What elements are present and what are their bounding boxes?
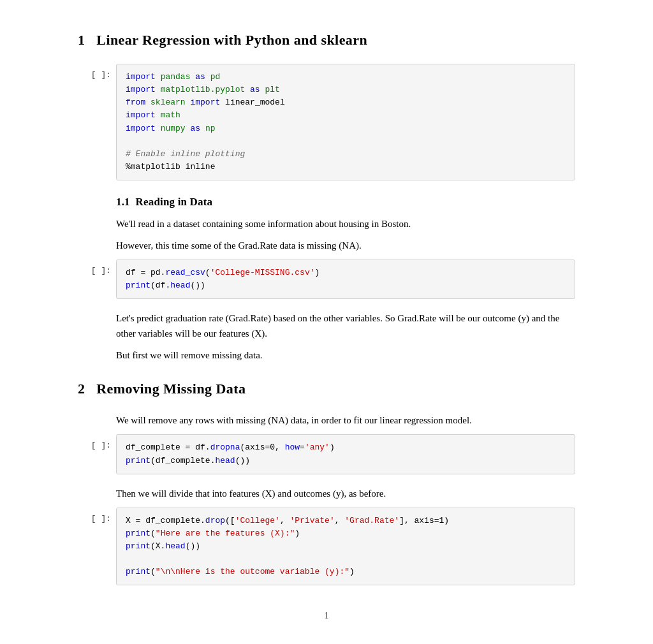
keyword: import <box>190 98 220 107</box>
function-name: head <box>170 281 190 290</box>
function-name: read_csv <box>165 268 205 277</box>
cell2-code[interactable]: df = pd.read_csv('College-MISSING.csv') … <box>116 260 575 299</box>
code-text: (axis=0, <box>240 443 284 452</box>
code-cell-2: [ ]: df = pd.read_csv('College-MISSING.c… <box>78 260 575 299</box>
cell4-code[interactable]: X = df_complete.drop(['College', 'Privat… <box>116 508 575 586</box>
module-name: numpy <box>161 124 186 133</box>
alias: plt <box>265 85 279 94</box>
keyword: from <box>126 98 145 107</box>
cell3-label: [ ]: <box>78 434 116 450</box>
subsection11-title: 1.1 Reading in Data <box>78 196 575 209</box>
code-text: (df_complete. <box>150 456 215 465</box>
notebook-page: 1 Linear Regression with Python and skle… <box>78 26 575 621</box>
code-text: (X. <box>150 541 165 551</box>
cell3-code[interactable]: df_complete = df.dropna(axis=0, how='any… <box>116 434 575 474</box>
function-name: dropna <box>210 443 240 452</box>
code-text: ) <box>295 529 300 538</box>
code-text: ) <box>314 268 319 277</box>
string-value: 'College-MISSING.csv' <box>210 268 315 277</box>
function-name: drop <box>205 516 225 525</box>
keyword: as <box>195 72 205 82</box>
code-text: ()) <box>235 456 250 465</box>
code-cell-4: [ ]: X = df_complete.drop(['College', 'P… <box>78 508 575 586</box>
paragraph-4: But first we will remove missing data. <box>78 348 575 363</box>
section2-title: 2 Removing Missing Data <box>78 381 575 397</box>
string-value: 'Private' <box>290 516 334 525</box>
code-text: ()) <box>186 541 200 551</box>
paragraph-5: We will remove any rows with missing (NA… <box>78 413 575 428</box>
string-value: 'any' <box>305 443 330 452</box>
magic-cmd: %matplotlib <box>126 162 180 172</box>
code-text: df_complete = df. <box>126 443 210 452</box>
code-text: , <box>280 516 290 525</box>
cell2-label: [ ]: <box>78 260 116 275</box>
module-name: math <box>161 110 180 120</box>
keyword: print <box>126 456 150 465</box>
keyword: as <box>250 85 260 94</box>
paragraph-1: We'll read in a dataset containing some … <box>78 216 575 231</box>
string-value: 'College' <box>235 516 280 525</box>
keyword: print <box>126 567 150 576</box>
keyword: import <box>126 72 156 82</box>
magic-arg: inline <box>186 162 216 172</box>
keyword: import <box>126 85 156 94</box>
code-cell-1: [ ]: import pandas as pd import matplotl… <box>78 64 575 180</box>
keyword: print <box>126 529 150 538</box>
code-text: ( <box>150 567 156 576</box>
paragraph-2: However, this time some of the Grad.Rate… <box>78 238 575 253</box>
paragraph-6: Then we will divide that into features (… <box>78 486 575 501</box>
code-text: = <box>300 443 305 452</box>
keyword: how <box>285 443 300 452</box>
code-text: ()) <box>190 281 205 290</box>
page-number: 1 <box>78 611 575 621</box>
module-name: pandas <box>161 72 191 82</box>
code-text: ([ <box>225 516 235 525</box>
code-text: ( <box>205 268 210 277</box>
comment: # Enable inline plotting <box>126 149 245 159</box>
alias: pd <box>210 72 221 82</box>
keyword: import <box>126 124 156 133</box>
string-value: 'Grad.Rate' <box>344 516 399 525</box>
code-text: linear_model <box>225 98 285 107</box>
code-text: ], axis=1) <box>399 516 449 525</box>
code-text: ( <box>150 529 156 538</box>
string-value: "Here are the features (X):" <box>156 529 295 538</box>
section1-title: 1 Linear Regression with Python and skle… <box>78 32 575 48</box>
cell4-label: [ ]: <box>78 508 116 523</box>
paragraph-3: Let's predict graduation rate (Grad.Rate… <box>78 311 575 341</box>
module-name: matplotlib.pyplot <box>161 85 246 94</box>
alias: np <box>205 124 216 133</box>
code-text: ) <box>349 567 355 576</box>
code-cell-3: [ ]: df_complete = df.dropna(axis=0, how… <box>78 434 575 474</box>
cell1-code[interactable]: import pandas as pd import matplotlib.py… <box>116 64 575 180</box>
code-text: , <box>335 516 345 525</box>
function-name: head <box>215 456 235 465</box>
module-name: sklearn <box>150 98 186 107</box>
code-text: X = df_complete. <box>126 516 205 525</box>
code-text: ) <box>330 443 335 452</box>
cell1-label: [ ]: <box>78 64 116 80</box>
keyword: import <box>126 110 156 120</box>
code-text: (df. <box>150 281 170 290</box>
function-name: head <box>165 541 185 551</box>
string-value: "\n\nHere is the outcome variable (y):" <box>156 567 349 576</box>
code-text: df = pd. <box>126 268 165 277</box>
keyword: print <box>126 281 150 290</box>
keyword: print <box>126 541 150 551</box>
keyword: as <box>190 124 200 133</box>
